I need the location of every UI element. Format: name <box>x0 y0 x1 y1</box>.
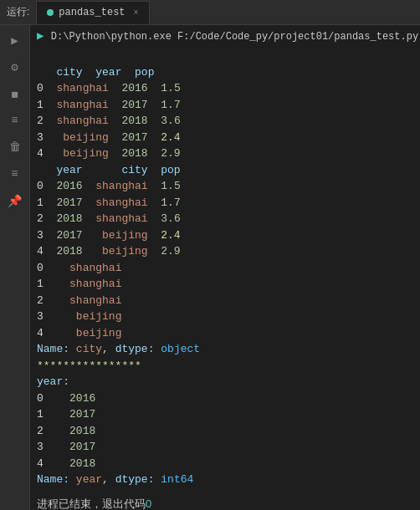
tab-name: pandas_test <box>59 7 125 18</box>
run-arrow-icon: ▶ <box>37 29 51 43</box>
city-series-row-1: 1 shanghai <box>37 278 121 290</box>
table1-row-1: 1 shanghai 2017 1.7 <box>37 99 181 111</box>
year-series-row-2: 2 2018 <box>37 425 95 437</box>
table2-row-1: 1 2017 shanghai 1.7 <box>37 196 181 209</box>
year-series-row-3: 3 2017 <box>37 441 95 453</box>
file-tab[interactable]: pandas_test × <box>36 1 149 24</box>
year-label: year: <box>37 375 69 388</box>
process-exit-text: 进程已结束，退出代码 <box>37 497 146 510</box>
run-label: 运行: <box>7 5 29 19</box>
table2-row-2: 2 2018 shanghai 3.6 <box>37 212 181 225</box>
table1-row-4: 4 beijing 2018 2.9 <box>37 147 181 160</box>
table1-row-3: 3 beijing 2017 2.4 <box>37 131 181 144</box>
year-dtype: Name: year, dtype: int64 <box>37 473 193 486</box>
main-container: ▶ ⚙ ◼ ≡ 🗑 ≡ 📌 ▶ D:\Python\python.exe F:/… <box>0 25 420 510</box>
year-series-row-1: 1 2017 <box>37 408 95 421</box>
output-content[interactable]: ▶ D:\Python\python.exe F:/Code/Code_py/p… <box>30 25 420 510</box>
table2-row-0: 0 2016 shanghai 1.5 <box>37 180 181 192</box>
tab-indicator <box>47 9 54 16</box>
output-area: city year pop 0 shanghai 2016 1.5 1 shan… <box>30 46 420 490</box>
menu-icon[interactable]: ≡ <box>7 166 23 182</box>
city-series-row-3: 3 beijing <box>37 310 121 323</box>
list-icon[interactable]: ≡ <box>7 112 23 129</box>
delete-icon[interactable]: 🗑 <box>7 139 23 156</box>
year-series-row-0: 0 2016 <box>37 392 95 405</box>
settings-icon[interactable]: ⚙ <box>7 59 23 75</box>
table1-row-2: 2 shanghai 2018 3.6 <box>37 115 181 127</box>
title-bar: 运行: pandas_test × <box>0 0 420 25</box>
run-icon[interactable]: ▶ <box>7 32 23 48</box>
tab-close-button[interactable]: × <box>134 8 139 18</box>
table1-row-0: 0 shanghai 2016 1.5 <box>37 82 181 94</box>
city-dtype: Name: city, dtype: object <box>37 343 200 355</box>
table2-header: year city pop <box>37 164 181 176</box>
pin-icon[interactable]: 📌 <box>7 192 23 209</box>
city-series-row-4: 4 beijing <box>37 327 121 339</box>
process-exit-line: 进程已结束，退出代码0 <box>30 493 420 511</box>
command-line: ▶ D:\Python\python.exe F:/Code/Code_py/p… <box>30 25 420 46</box>
city-series-row-2: 2 shanghai <box>37 294 121 307</box>
stop-icon[interactable]: ◼ <box>7 85 23 102</box>
table2-row-3: 3 2017 beijing 2.4 <box>37 229 181 242</box>
year-series-row-4: 4 2018 <box>37 457 95 470</box>
table2-row-4: 4 2018 beijing 2.9 <box>37 245 181 258</box>
table1-header: city year pop <box>37 66 154 79</box>
command-path: D:\Python\python.exe F:/Code/Code_py/pro… <box>51 31 418 43</box>
city-series-row-0: 0 shanghai <box>37 262 121 274</box>
exit-code: 0 <box>146 497 151 510</box>
sidebar: ▶ ⚙ ◼ ≡ 🗑 ≡ 📌 <box>0 25 30 510</box>
stars-line: **************** <box>37 360 141 372</box>
